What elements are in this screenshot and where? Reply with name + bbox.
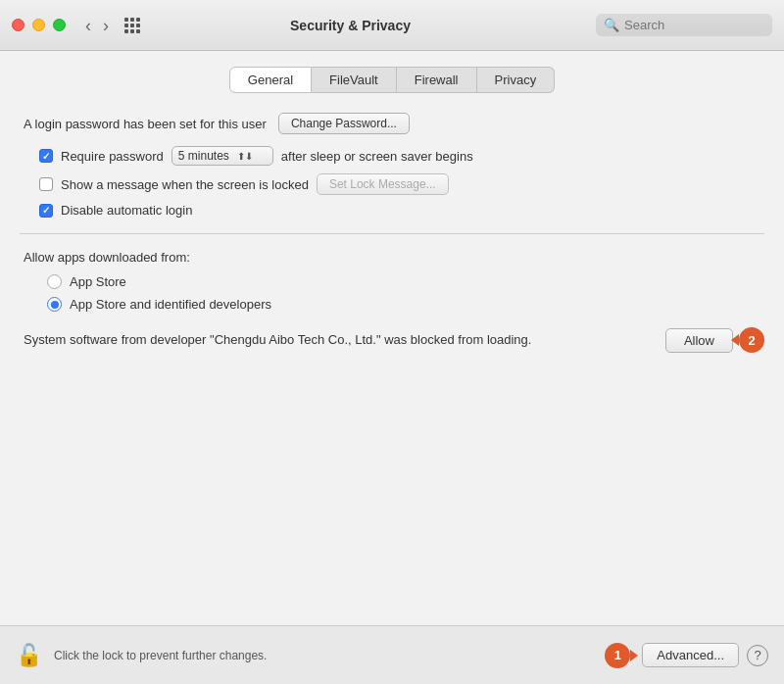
allow-apps-label: Allow apps downloaded from:	[24, 250, 764, 265]
tab-firewall[interactable]: Firewall	[397, 67, 477, 93]
show-message-row: Show a message when the screen is locked…	[39, 173, 764, 195]
main-content: General FileVault Firewall Privacy A log…	[0, 51, 784, 625]
change-password-button[interactable]: Change Password...	[278, 113, 410, 134]
search-input[interactable]	[624, 18, 764, 32]
app-store-radio[interactable]	[47, 274, 62, 289]
after-sleep-text: after sleep or screen saver begins	[281, 149, 473, 164]
disable-login-checkbox[interactable]	[39, 204, 53, 218]
system-software-text: System software from developer "Chengdu …	[24, 330, 654, 350]
minimize-button[interactable]	[32, 19, 45, 31]
radio-group: App Store App Store and identified devel…	[47, 274, 764, 312]
close-button[interactable]	[12, 19, 24, 31]
advanced-button[interactable]: Advanced...	[642, 643, 739, 667]
login-password-row: A login password has been set for this u…	[24, 113, 764, 134]
maximize-button[interactable]	[53, 19, 66, 31]
bottom-right: Advanced... ?	[642, 643, 768, 667]
back-button[interactable]: ‹	[81, 15, 95, 36]
window-title: Security & Privacy	[144, 18, 557, 33]
tab-general[interactable]: General	[229, 67, 312, 93]
require-password-checkbox[interactable]	[39, 149, 53, 163]
require-password-label: Require password	[61, 149, 164, 164]
tab-filevault[interactable]: FileVault	[312, 67, 397, 93]
disable-login-row: Disable automatic login	[39, 203, 764, 218]
app-store-dev-radio[interactable]	[47, 297, 62, 312]
search-box[interactable]: 🔍	[596, 14, 772, 36]
grid-icon	[124, 18, 140, 33]
lock-text: Click the lock to prevent further change…	[54, 649, 593, 662]
lock-icon[interactable]: 🔓	[16, 643, 42, 668]
app-store-label: App Store	[70, 274, 126, 289]
badge-1: 1	[605, 643, 630, 668]
forward-button[interactable]: ›	[99, 15, 113, 36]
grid-button[interactable]	[121, 16, 144, 35]
divider	[20, 233, 764, 234]
search-icon: 🔍	[604, 18, 619, 32]
login-password-text: A login password has been set for this u…	[24, 117, 267, 131]
set-lock-message-button: Set Lock Message...	[317, 173, 449, 195]
general-panel: A login password has been set for this u…	[20, 113, 764, 625]
app-store-dev-row: App Store and identified developers	[47, 297, 764, 312]
tab-privacy[interactable]: Privacy	[477, 67, 556, 93]
bottom-bar: 🔓 Click the lock to prevent further chan…	[0, 625, 784, 684]
show-message-checkbox[interactable]	[39, 177, 53, 191]
system-software-row: System software from developer "Chengdu …	[24, 327, 764, 353]
title-bar: ‹ › Security & Privacy 🔍	[0, 0, 784, 51]
disable-login-label: Disable automatic login	[61, 203, 192, 218]
app-store-dev-label: App Store and identified developers	[70, 297, 271, 312]
password-timeout-dropdown[interactable]: 5 minutes ⬆⬇	[172, 146, 273, 166]
help-button[interactable]: ?	[747, 645, 768, 666]
show-message-label: Show a message when the screen is locked	[61, 177, 309, 192]
tab-bar: General FileVault Firewall Privacy	[20, 67, 764, 93]
nav-buttons: ‹ ›	[81, 15, 113, 36]
require-password-row: Require password 5 minutes ⬆⬇ after slee…	[39, 146, 764, 166]
traffic-lights	[12, 19, 66, 31]
badge-2: 2	[739, 327, 764, 353]
dropdown-arrow-icon: ⬆⬇	[237, 151, 253, 162]
app-store-row: App Store	[47, 274, 764, 289]
allow-btn-wrap: Allow 2	[665, 327, 764, 353]
dropdown-value: 5 minutes	[178, 149, 229, 163]
allow-button[interactable]: Allow	[665, 328, 733, 353]
